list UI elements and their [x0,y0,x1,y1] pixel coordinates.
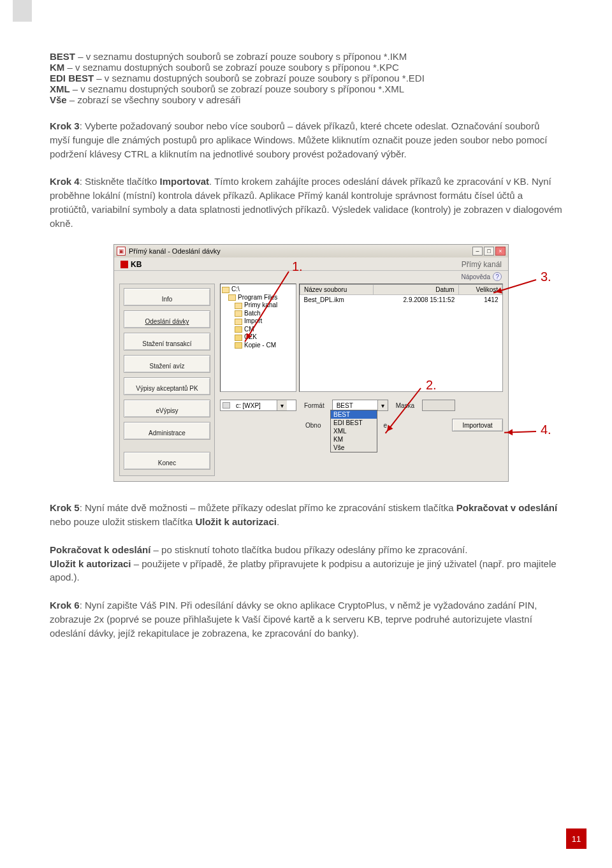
def-edibest-text: – v seznamu dostupných souborů se zobraz… [94,73,425,83]
brand-bar: KB Přímý kanál [114,257,508,271]
step-4: Krok 4: Stiskněte tlačítko Importovat. T… [50,175,562,230]
folder-icon [235,335,242,341]
nav-vypisy-akceptantu[interactable]: Výpisy akceptantů PK [124,377,210,395]
step-5: Krok 5: Nyní máte dvě možnosti – můžete … [50,501,562,529]
step-4-button-ref: Importovat [160,176,210,187]
step-3-text: : Vyberte požadovaný soubor nebo více so… [50,120,547,159]
screenshot-figure: ▣ Přímý kanál - Odeslání dávky – □ × KB … [50,244,562,501]
disk-icon [222,402,230,409]
step-6-label: Krok 6 [50,600,80,611]
dropdown-option[interactable]: BEST [331,410,377,419]
help-link[interactable]: Nápověda [461,273,490,280]
file-list[interactable]: Název souboru Datum Velikost Best_DPL.ik… [299,284,503,392]
page-number: 11 [566,828,586,849]
callout-1: 1. [292,259,303,274]
file-list-header[interactable]: Název souboru Datum Velikost [300,285,502,295]
kb-logo: KB [120,260,142,269]
chevron-down-icon[interactable]: ▾ [277,400,287,410]
def-xml-term: XML [50,83,70,94]
step-3-label: Krok 3 [50,120,80,131]
nav-stazeni-transakci[interactable]: Stažení transakcí [124,333,210,351]
step-3: Krok 3: Vyberte požadovaný soubor nebo v… [50,119,562,161]
callout-3: 3. [541,270,551,284]
def-km-text: – v seznamu dostupných souborů se zobraz… [64,62,398,73]
dropdown-option[interactable]: XML [331,427,377,435]
nav-konec[interactable]: Konec [124,452,210,470]
arrow-4 [504,431,536,433]
pokracovat-explain: Pokračovat k odeslání – po stisknutí toh… [50,543,562,584]
drive-combo[interactable]: c: [WXP] ▾ [220,400,296,411]
def-best-text: – v seznamu dostupných souborů se zobraz… [75,51,407,62]
format-dropdown-list[interactable]: BEST EDI BEST XML KM Vše [330,410,377,452]
def-km-term: KM [50,62,64,73]
title-bar[interactable]: ▣ Přímý kanál - Odeslání dávky – □ × [114,245,508,257]
nav-administrace[interactable]: Administrace [124,422,210,440]
help-bar: Nápověda ? [114,271,508,284]
folder-open-icon [222,287,229,293]
window-title: Přímý kanál - Odeslání dávky [129,247,221,255]
app-window: ▣ Přímý kanál - Odeslání dávky – □ × KB … [113,244,509,482]
document-content: BEST – v seznamu dostupných souborů se z… [0,0,612,679]
nav-odeslani-davky[interactable]: Odeslání dávky [124,310,210,328]
folder-icon [235,342,242,349]
def-edibest-term: EDI BEST [50,73,94,83]
callout-4: 4. [541,423,551,437]
controls-row-2: Obno BEST EDI BEST XML KM Vše e Importov… [220,415,503,431]
file-row[interactable]: Best_DPL.ikm 2.9.2008 15:11:52 1412 [300,295,502,305]
kb-logo-square [120,261,128,268]
step-4-label: Krok 4 [50,176,80,187]
format-definitions: BEST – v seznamu dostupných souborů se z… [50,51,562,105]
minimize-button[interactable]: – [472,247,483,256]
app-icon: ▣ [117,247,126,256]
nav-evypisy[interactable]: eVýpisy [124,400,210,417]
def-best-term: BEST [50,51,75,62]
dropdown-option[interactable]: EDI BEST [331,419,377,427]
def-vse-term: Vše [50,94,67,105]
nav-column: Info Odeslání dávky Stažení transakcí St… [119,284,215,476]
app-subtitle: Přímý kanál [462,260,502,269]
folder-open-icon [235,310,242,317]
nav-stazeni-aviz[interactable]: Stažení avíz [124,355,210,373]
nav-info[interactable]: Info [124,288,210,306]
obno-label: Obno [305,422,321,429]
folder-open-icon [228,294,236,301]
folder-icon [235,326,242,333]
chevron-down-icon[interactable]: ▾ [377,400,388,410]
dropdown-option[interactable]: Vše [331,444,377,452]
maximize-button[interactable]: □ [484,247,494,256]
folder-open-icon [235,303,242,309]
folder-tree[interactable]: C:\ Program Files Primy kanal Batch Impo… [220,284,296,392]
step-6: Krok 6: Nyní zapište Váš PIN. Při odesíl… [50,598,562,640]
folder-open-icon [235,319,242,325]
format-label: Formát [304,402,324,409]
close-button[interactable]: × [495,247,506,256]
callout-2: 2. [426,378,437,393]
import-button[interactable]: Importovat [452,419,503,431]
page-tab-decoration [13,0,32,22]
step-5-label: Krok 5 [50,502,80,513]
dropdown-option[interactable]: KM [331,435,377,444]
def-vse-text: – zobrazí se všechny soubory v adresáři [67,94,241,105]
def-xml-text: – v seznamu dostupných souborů se zobraz… [70,83,404,94]
maska-field [422,400,455,411]
controls-row-1: c: [WXP] ▾ Formát BEST ▾ Maska [220,396,503,411]
help-icon[interactable]: ? [493,272,502,281]
